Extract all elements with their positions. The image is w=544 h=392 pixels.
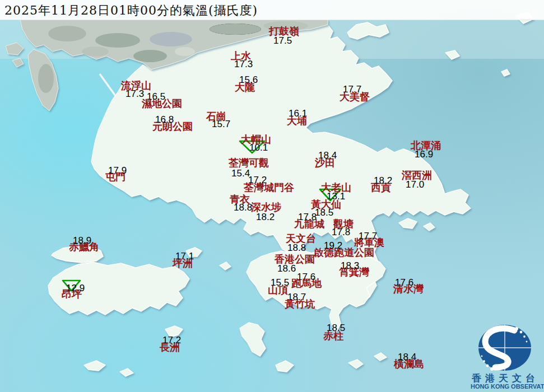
- station-temperature-value: 17.2: [162, 335, 181, 345]
- station-temperature-value: 15.7: [212, 119, 230, 129]
- station-temperature-value: 17.1: [175, 251, 194, 261]
- station-temperature-value: 18.5: [315, 208, 333, 217]
- station-name: 深水埗: [251, 202, 281, 212]
- station-name: 啟德跑道公園: [314, 248, 374, 258]
- station-temperature-value: 17.2: [248, 175, 267, 185]
- station-temperature-value: 17.9: [108, 166, 127, 175]
- station-temperature-value: 17.7: [359, 231, 377, 241]
- station-temperature-value: 18.4: [318, 151, 337, 160]
- station-temperature-value: 16.1: [289, 109, 307, 118]
- station-temperature-value: 16.8: [155, 115, 174, 124]
- station-temperature-value: 18.2: [256, 212, 275, 222]
- station-temperature-value: 17.6: [297, 272, 315, 282]
- map-title: 2025年11月28日01時00分的氣溫(攝氏度): [4, 2, 258, 19]
- station-temperature-value: 19.2: [324, 241, 342, 250]
- station-temperature-value: 18.2: [374, 176, 392, 185]
- station-temperature-value: 18.4: [398, 352, 416, 362]
- station-temperature-value: 18.9: [73, 236, 91, 245]
- hko-temperature-map-screen: 2025年11月28日01時00分的氣溫(攝氏度) 打鼓嶺17.5上水17.3大…: [0, 0, 544, 392]
- station-temperature-value: 18.6: [277, 264, 296, 273]
- station-name: 荃灣可觀: [229, 158, 269, 168]
- station-temperature-value: 12.9: [66, 283, 85, 293]
- station-temperature-value: 10.1: [249, 143, 268, 152]
- station-temperature-value: 16.9: [415, 150, 433, 159]
- station-temperature-value: 18.5: [327, 323, 345, 333]
- station-temperature-value: 18.3: [341, 261, 359, 270]
- hko-logo: 香港天文台 HONG KONG OBSERVATORY: [471, 324, 544, 392]
- station-temperature-value: 17.6: [395, 278, 413, 287]
- station-temperature-value: 18.8: [287, 243, 306, 253]
- station-temperature-value: 15.6: [239, 75, 258, 85]
- station-temperature-value: 16.5: [147, 92, 165, 101]
- station-temperature-value: 17.0: [406, 180, 424, 189]
- station-temperature-value: 18.7: [287, 292, 306, 302]
- station-temperature-value: 17.3: [234, 59, 253, 69]
- title-bar: 2025年11月28日01時00分的氣溫(攝氏度): [0, 0, 544, 20]
- station-temperature-value: 15.4: [231, 169, 250, 178]
- station-temperature-value: 15.5: [271, 278, 289, 287]
- station-temperature-value: 17.3: [125, 89, 144, 99]
- station-temperature-value: 17.5: [273, 36, 292, 45]
- station-temperature-value: 18.8: [234, 203, 252, 212]
- hko-logo-name-en: HONG KONG OBSERVATORY: [471, 383, 544, 390]
- station-temperature-value: 17.7: [343, 85, 361, 94]
- hong-kong-map: [0, 0, 544, 392]
- station-temperature-value: 17.8: [332, 227, 350, 237]
- station-temperature-value: 17.8: [298, 212, 317, 222]
